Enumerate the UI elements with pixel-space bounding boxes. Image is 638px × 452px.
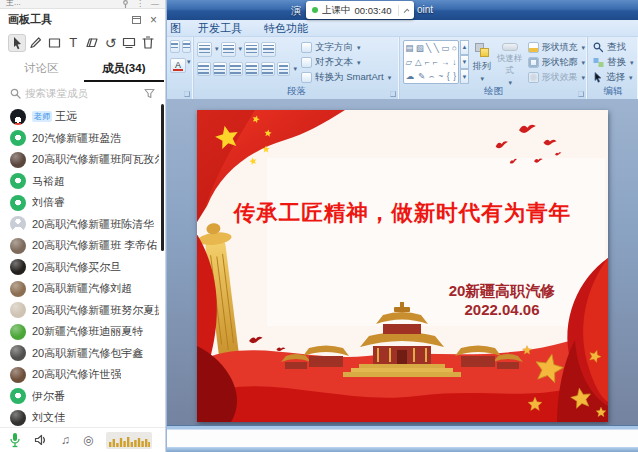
- shape-glyph[interactable]: ↓: [452, 56, 456, 69]
- member-row[interactable]: 20汽修新疆班盈浩: [0, 128, 165, 150]
- shape-glyph[interactable]: ╲: [426, 42, 431, 55]
- select-button[interactable]: 选择▾: [593, 70, 636, 85]
- shape-glyph[interactable]: ○: [452, 42, 457, 55]
- record-icon[interactable]: ◎: [83, 434, 93, 446]
- text-direction-button[interactable]: 文字方向▾: [301, 40, 397, 55]
- dropdown-arrow-icon[interactable]: ▾: [187, 58, 191, 73]
- class-status-pill[interactable]: 上课中 00:03:40: [306, 1, 414, 19]
- eraser-tool-button[interactable]: [83, 34, 101, 52]
- member-row[interactable]: 20新疆汽修班迪丽夏特: [0, 321, 165, 343]
- member-row[interactable]: 伊尔番: [0, 386, 165, 408]
- distribute-button[interactable]: [261, 62, 275, 76]
- member-row[interactable]: 马裕超: [0, 171, 165, 193]
- minimize-icon[interactable]: —: [151, 0, 159, 8]
- screen-share-icon[interactable]: [120, 34, 138, 52]
- trash-icon[interactable]: [139, 34, 157, 52]
- tab-members[interactable]: 成员(34): [83, 55, 166, 82]
- member-row[interactable]: 20高职汽修新疆班陈清华: [0, 214, 165, 236]
- member-row[interactable]: 老师王远: [0, 106, 165, 128]
- align-text-button[interactable]: 对齐文本▾: [301, 55, 397, 70]
- undo-icon[interactable]: ↺: [102, 34, 120, 52]
- member-row[interactable]: 20高职汽修买尔旦: [0, 257, 165, 279]
- arrange-button[interactable]: 排列▾: [469, 40, 495, 87]
- quick-styles-button[interactable]: 快速样式▾: [495, 40, 525, 87]
- slide-title[interactable]: 传承工匠精神，做新时代有为青年: [197, 198, 608, 227]
- dialog-launcher-icon[interactable]: [578, 91, 584, 97]
- gallery-scroll-up-icon[interactable]: ▲: [460, 40, 469, 55]
- audio-level-meter: [106, 432, 152, 449]
- shape-glyph[interactable]: ⌢: [429, 70, 435, 83]
- filter-icon[interactable]: [144, 88, 155, 99]
- shape-glyph[interactable]: }: [453, 70, 456, 83]
- pen-tool-button[interactable]: [27, 34, 45, 52]
- replace-button[interactable]: 替换▾: [593, 55, 636, 70]
- shape-outline-button[interactable]: 形状轮廓▾: [528, 55, 586, 70]
- columns-button[interactable]: [277, 62, 291, 76]
- shape-glyph[interactable]: ☁: [406, 70, 415, 83]
- tab-developer[interactable]: 开发工具: [187, 21, 253, 36]
- tab-discussion[interactable]: 讨论区: [0, 55, 83, 82]
- shape-fill-button[interactable]: 形状填充▾: [528, 40, 586, 55]
- rectangle-tool-button[interactable]: [45, 34, 63, 52]
- shape-glyph[interactable]: ▭: [441, 42, 449, 55]
- text-tool-button[interactable]: T: [64, 34, 82, 52]
- font-mini-button[interactable]: [170, 40, 180, 53]
- numbering-button[interactable]: [221, 42, 236, 57]
- member-row[interactable]: 刘文佳: [0, 407, 165, 427]
- find-button[interactable]: 查找: [593, 40, 636, 55]
- text-direction-icon: [301, 42, 312, 53]
- member-row[interactable]: 20高职新疆汽修刘超: [0, 278, 165, 300]
- align-left-button[interactable]: [197, 62, 211, 76]
- slide-subtitle[interactable]: 20新疆高职汽修 2022.04.06: [437, 281, 567, 319]
- font-mini-button[interactable]: [182, 40, 192, 53]
- shape-glyph[interactable]: ▧: [416, 42, 424, 55]
- close-icon[interactable]: ×: [150, 15, 157, 25]
- shape-glyph[interactable]: ⌐: [425, 56, 430, 69]
- align-center-button[interactable]: [213, 62, 227, 76]
- microphone-icon[interactable]: [9, 432, 21, 448]
- shape-effects-button[interactable]: 形状效果▾: [528, 70, 586, 85]
- convert-smartart-button[interactable]: 转换为 SmartArt▾: [301, 70, 397, 85]
- member-list-scrollbar[interactable]: [161, 104, 164, 251]
- pin-icon[interactable]: [122, 0, 129, 8]
- search-input[interactable]: 搜索课堂成员: [25, 87, 140, 101]
- tab-special-features[interactable]: 特色功能: [253, 21, 319, 36]
- member-row[interactable]: 刘倍睿: [0, 192, 165, 214]
- speaker-icon[interactable]: [34, 434, 48, 446]
- member-row[interactable]: 20高职汽修许世强: [0, 364, 165, 386]
- dialog-launcher-icon[interactable]: [184, 91, 190, 97]
- shape-glyph[interactable]: ╲: [434, 42, 439, 55]
- shape-glyph[interactable]: ~: [438, 70, 443, 83]
- chevron-up-icon[interactable]: [404, 8, 410, 14]
- shape-glyph[interactable]: →: [441, 56, 450, 69]
- gallery-scroll-down-icon[interactable]: ▼: [460, 55, 469, 70]
- member-list: 老师王远20汽修新疆班盈浩20高职汽修新疆班阿瓦孜尔马裕超刘倍睿20高职汽修新疆…: [0, 104, 165, 427]
- select-tool-button[interactable]: [8, 34, 26, 52]
- member-row[interactable]: 20高职新疆汽修包宇鑫: [0, 343, 165, 365]
- shape-glyph[interactable]: △: [415, 56, 422, 69]
- more-icon[interactable]: ⋮: [136, 0, 144, 8]
- bullets-button[interactable]: [197, 42, 212, 57]
- gallery-more-icon[interactable]: ▼: [460, 69, 469, 84]
- justify-button[interactable]: [245, 62, 259, 76]
- shape-glyph[interactable]: ▱: [406, 56, 413, 69]
- increase-indent-button[interactable]: [261, 42, 276, 57]
- slide-canvas[interactable]: 传承工匠精神，做新时代有为青年 20新疆高职汽修 2022.04.06: [197, 110, 608, 422]
- music-note-icon[interactable]: ♫: [61, 434, 70, 446]
- member-row[interactable]: 20高职汽修新疆班阿瓦孜尔: [0, 149, 165, 171]
- shape-glyph[interactable]: ✎: [418, 70, 425, 83]
- member-row[interactable]: 20高职汽修新疆班努尔夏提: [0, 300, 165, 322]
- dialog-launcher-icon[interactable]: [390, 91, 396, 97]
- restore-window-icon[interactable]: [132, 16, 141, 24]
- avatar: [10, 345, 26, 361]
- align-right-button[interactable]: [229, 62, 243, 76]
- tab-view-partial[interactable]: 图: [167, 21, 187, 36]
- decrease-indent-button[interactable]: [244, 42, 259, 57]
- shape-glyph[interactable]: ⌐: [433, 56, 438, 69]
- member-search[interactable]: 搜索课堂成员: [10, 83, 155, 104]
- shape-glyph[interactable]: {: [447, 70, 450, 83]
- notes-pane[interactable]: [167, 429, 638, 447]
- member-row[interactable]: 20高职汽修新疆班 李帝佑: [0, 235, 165, 257]
- shape-glyph[interactable]: ▤: [405, 42, 413, 55]
- font-color-button[interactable]: A: [170, 58, 186, 73]
